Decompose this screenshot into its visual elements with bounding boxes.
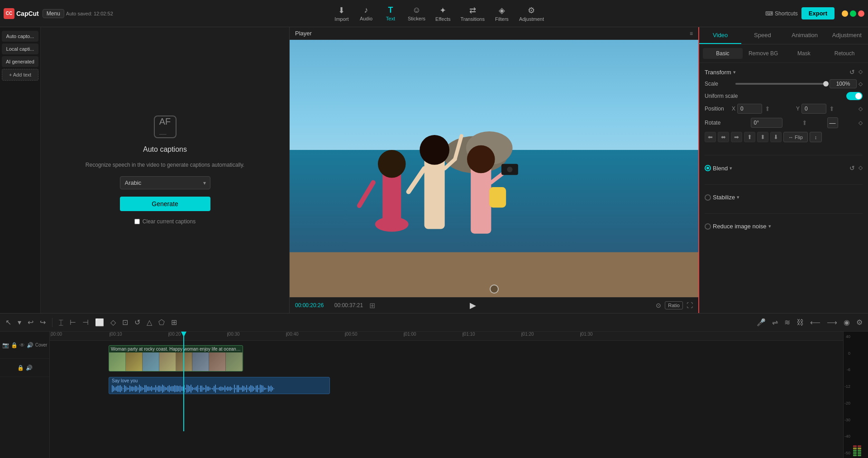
audio-lock-icon[interactable]: 🔒 [17, 365, 24, 371]
toolbar-audio[interactable]: ♪ Audio [354, 4, 378, 23]
settings-icon[interactable]: ⚙ [854, 317, 864, 328]
transform-expand-icon[interactable]: ▾ [733, 69, 736, 75]
crop-tool-btn[interactable]: ⊞ [169, 317, 179, 328]
transform-reset-icon[interactable]: ↺ [849, 68, 855, 76]
add-text-btn[interactable]: + Add text [2, 69, 38, 81]
rotate-minus-btn[interactable]: — [827, 117, 838, 128]
playhead[interactable] [183, 332, 184, 431]
audio-clip[interactable]: Say love you [109, 377, 330, 394]
position-x-input[interactable] [737, 104, 762, 114]
align-left-btn[interactable]: ⬅ [705, 132, 716, 142]
scale-slider[interactable] [735, 83, 826, 85]
link-icon[interactable]: ⇌ [770, 317, 780, 328]
transform-keyframe-icon[interactable]: ◇ [858, 68, 863, 76]
align-center-h-btn[interactable]: ⬌ [718, 132, 729, 142]
audio-volume-icon[interactable]: 🔊 [26, 365, 33, 371]
fullscreen-icon[interactable]: ⛶ [687, 302, 693, 309]
menu-button[interactable]: Menu [43, 9, 64, 18]
flip-v-btn[interactable]: ↕ [810, 132, 822, 142]
shortcuts-button[interactable]: ⌨ Shortcuts [765, 10, 798, 17]
tab-video[interactable]: Video [699, 27, 741, 44]
logo-icon: CC [4, 8, 14, 19]
rotate-input[interactable] [751, 118, 782, 128]
unlink-icon[interactable]: ≋ [782, 317, 792, 328]
tab-animation[interactable]: Animation [784, 27, 826, 44]
rotate-keyframe-icon[interactable]: ◇ [858, 120, 863, 126]
position-keyframe-icon[interactable]: ◇ [858, 106, 863, 112]
pip-btn[interactable]: ⊡ [120, 317, 130, 328]
delete-btn[interactable]: ⬜ [93, 317, 106, 328]
camera-icon[interactable]: 📷 [2, 342, 9, 348]
toolbar-import[interactable]: ⬇ Import [330, 4, 353, 24]
uniform-scale-toggle[interactable] [846, 92, 863, 100]
grid-view-icon[interactable]: ⊞ [369, 301, 375, 310]
stabilize-checkbox[interactable] [705, 194, 711, 201]
blend-expand-icon[interactable]: ▾ [730, 165, 732, 171]
lock-icon[interactable]: 🔒 [11, 342, 18, 348]
close-button[interactable] [858, 10, 864, 17]
minimize-button[interactable] [842, 10, 848, 17]
reduce-noise-expand-icon[interactable]: ▾ [768, 223, 771, 229]
auto-captions-description: Recognize speech in the video to generat… [86, 161, 244, 169]
cursor-tool[interactable]: ↖ [4, 317, 13, 328]
toolbar-stickers[interactable]: ☺ Stickers [403, 4, 430, 23]
trim-end-btn[interactable]: ⊣ [81, 317, 91, 328]
ai-generated-btn[interactable]: AI generated [2, 56, 38, 67]
align-top-btn[interactable]: ⬆ [744, 132, 755, 142]
toolbar-transitions[interactable]: ⇄ Transitions [456, 4, 489, 24]
timeline-scroll[interactable]: 00:00 |00:10 |00:20 |00:30 |00:40 |00:50… [50, 332, 843, 458]
language-select[interactable]: Arabic English Spanish French [120, 176, 210, 189]
clip-thumbnails [109, 352, 243, 371]
mic-icon[interactable]: 🎤 [755, 317, 768, 328]
toolbar-effects[interactable]: ✦ Effects [431, 4, 455, 24]
blend-keyframe-icon[interactable]: ◇ [858, 164, 863, 172]
position-y-input[interactable] [801, 104, 826, 114]
split-btn[interactable]: ⌶ [57, 318, 65, 328]
export-button[interactable]: Export [801, 7, 835, 19]
scale-keyframe-icon[interactable]: ◇ [858, 81, 863, 87]
merge-icon[interactable]: ⟶ [825, 317, 839, 328]
align-right-btn[interactable]: ➡ [731, 132, 742, 142]
volume-ctrl-icon[interactable]: 🔊 [27, 342, 33, 348]
mask-tool-btn[interactable]: ⬠ [157, 317, 167, 328]
local-caption-btn[interactable]: Local capti... [2, 43, 38, 54]
reverse-btn[interactable]: △ [145, 317, 154, 328]
tab-speed[interactable]: Speed [741, 27, 783, 44]
flip-h-btn[interactable]: ↔ Flip [783, 132, 808, 142]
split-clip-icon[interactable]: ⟵ [808, 317, 822, 328]
redo-btn[interactable]: ↪ [38, 317, 48, 328]
video-clip[interactable]: Woman party at rocky coast. Happy woman … [109, 345, 243, 371]
current-time: 00:00:20:26 [295, 302, 324, 309]
forward-btn[interactable]: ↺ [133, 317, 142, 328]
generate-button[interactable]: Generate [120, 197, 210, 211]
toolbar-text[interactable]: T Text [379, 4, 402, 23]
align-bottom-btn[interactable]: ⬇ [770, 132, 782, 142]
maximize-button[interactable] [850, 10, 856, 17]
subtab-remove-bg[interactable]: Remove BG [744, 48, 783, 59]
trim-start-btn[interactable]: ⊢ [68, 317, 78, 328]
eye-icon[interactable]: 👁 [19, 342, 25, 348]
toolbar-filters[interactable]: ◈ Filters [490, 4, 514, 24]
auto-caption-btn[interactable]: Auto capto... [2, 31, 38, 42]
scale-value[interactable] [830, 79, 857, 88]
reduce-noise-checkbox[interactable] [705, 223, 711, 230]
subtab-retouch[interactable]: Retouch [825, 48, 864, 59]
clear-captions-checkbox[interactable] [134, 219, 140, 224]
play-button[interactable]: ▶ [470, 300, 476, 310]
toolbar-adjustment[interactable]: ⚙ Adjustment [515, 4, 548, 24]
subtab-basic[interactable]: Basic [703, 48, 743, 59]
blend-checkbox[interactable] [705, 165, 711, 171]
blend-reset-icon[interactable]: ↺ [849, 164, 855, 172]
screenshot-icon[interactable]: ⊙ [656, 302, 661, 309]
chain-icon[interactable]: ⛓ [795, 318, 806, 328]
tab-adjustment[interactable]: Adjustment [826, 27, 868, 44]
ratio-button[interactable]: Ratio [665, 301, 683, 309]
subtab-mask[interactable]: Mask [784, 48, 824, 59]
stabilize-expand-icon[interactable]: ▾ [737, 194, 739, 200]
player-menu-icon[interactable]: ≡ [690, 30, 693, 37]
crop-btn[interactable]: ◇ [109, 317, 118, 328]
cursor-dropdown[interactable]: ▾ [16, 317, 23, 328]
align-center-v-btn[interactable]: ⬍ [757, 132, 768, 142]
undo-btn[interactable]: ↩ [26, 317, 35, 328]
volume-icon[interactable]: ◉ [842, 317, 852, 328]
